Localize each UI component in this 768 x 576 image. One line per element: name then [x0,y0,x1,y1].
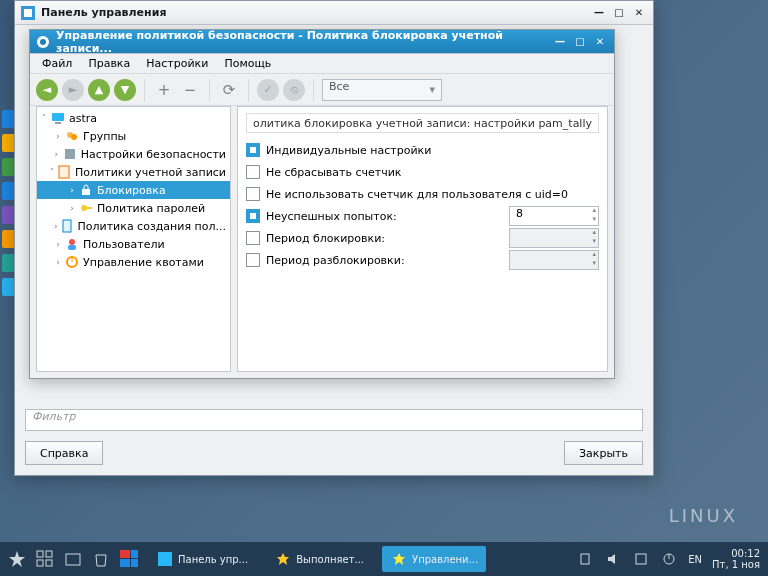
tree-item-groups[interactable]: › Группы [37,127,230,145]
minimize-button[interactable]: — [552,35,568,49]
start-icon[interactable] [8,550,26,568]
svg-rect-27 [158,552,172,566]
tree-item-quotas[interactable]: › Управление квотами [37,253,230,271]
tree-item-users[interactable]: › Пользователи [37,235,230,253]
app-icon [21,6,35,20]
control-panel-window: Панель управления — □ ✕ Управление полит… [14,0,654,476]
help-button[interactable]: Справка [25,441,103,465]
inner-title: Управление политикой безопасности - Поли… [56,29,548,55]
svg-rect-12 [86,207,92,209]
row-fail-attempts: Неуспешных попыток: 8 [246,205,599,227]
svg-rect-15 [68,245,76,250]
desktop-logo: LINUX [669,505,738,526]
maximize-button[interactable]: □ [611,6,627,20]
policy-icon [57,165,71,179]
outer-bottom: Фильтр Справка Закрыть [25,409,643,465]
tray-usb-icon[interactable] [576,550,594,568]
svg-rect-8 [65,149,75,159]
security-policy-window: Управление политикой безопасности - Поли… [29,29,615,379]
nav-back-icon[interactable]: ◄ [36,79,58,101]
tray-volume-icon[interactable] [604,550,622,568]
tray-power-icon[interactable] [660,550,678,568]
menu-settings[interactable]: Настройки [138,55,216,72]
spin-fail-attempts[interactable]: 8 [509,206,599,226]
cancel-icon[interactable]: ⦸ [283,79,305,101]
files-icon[interactable] [64,550,82,568]
close-button[interactable]: ✕ [631,6,647,20]
settings-icon [63,147,77,161]
checkbox-no-reset[interactable] [246,165,260,179]
menu-edit[interactable]: Правка [80,55,138,72]
tray-clock[interactable]: 00:12 Пт, 1 ноя [712,548,760,570]
app-icon [36,35,50,49]
outer-title: Панель управления [41,6,587,19]
close-button[interactable]: Закрыть [564,441,643,465]
svg-rect-13 [63,220,71,232]
tree-pane: ˅ astra › Группы › Настройки безопасност… [36,106,231,372]
task-icon [274,550,292,568]
svg-point-7 [71,134,77,140]
close-button[interactable]: ✕ [592,35,608,49]
row-lock-period: Период блокировки: [246,227,599,249]
checkbox-lock-period[interactable] [246,231,260,245]
apps-icon[interactable] [36,550,54,568]
tree-item-password-policy[interactable]: › Политика паролей [37,199,230,217]
tray-network-icon[interactable] [632,550,650,568]
checkbox-unlock-period[interactable] [246,253,260,267]
taskbar: Панель упр... Выполняет... Управлени... … [0,542,768,576]
checkbox-fail-attempts[interactable] [246,209,260,223]
doc-icon [60,219,74,233]
tree-item-account-policies[interactable]: ˅ Политики учетной записи [37,163,230,181]
inner-titlebar[interactable]: Управление политикой безопасности - Поли… [30,30,614,54]
checkbox-uid0[interactable] [246,187,260,201]
refresh-icon[interactable]: ⟳ [218,79,240,101]
svg-rect-24 [131,550,138,558]
svg-rect-9 [59,166,69,178]
outer-titlebar[interactable]: Панель управления — □ ✕ [15,1,653,25]
key-icon [79,201,93,215]
tray-lang[interactable]: EN [688,554,702,565]
svg-rect-19 [46,551,52,557]
apply-icon[interactable]: ✓ [257,79,279,101]
checkbox-individual[interactable] [246,143,260,157]
task-running[interactable]: Выполняет... [266,546,372,572]
nav-down-icon[interactable]: ▼ [114,79,136,101]
add-icon[interactable]: + [153,79,175,101]
filter-input[interactable]: Фильтр [25,409,643,431]
svg-rect-23 [120,550,130,558]
svg-rect-22 [66,554,80,565]
row-no-reset: Не сбрасывать счетчик [246,161,599,183]
task-control-panel[interactable]: Панель упр... [148,546,256,572]
svg-marker-17 [9,551,25,567]
quota-icon [65,255,79,269]
minimize-button[interactable]: — [591,6,607,20]
row-individual-settings: Индивидуальные настройки [246,139,599,161]
svg-rect-5 [55,122,61,124]
content-pane: олитика блокировка учетной записи: настр… [237,106,608,372]
tree-root[interactable]: ˅ astra [37,109,230,127]
svg-marker-28 [277,553,289,565]
workspaces-icon[interactable] [120,550,138,568]
menu-help[interactable]: Помощь [216,55,279,72]
svg-rect-20 [37,560,43,566]
tree-item-lockout[interactable]: › Блокировка [37,181,230,199]
toolbar: ◄ ► ▲ ▼ + − ⟳ ✓ ⦸ Все [30,74,614,106]
tree-item-creation-policy[interactable]: › Политика создания пол... [37,217,230,235]
maximize-button[interactable]: □ [572,35,588,49]
row-unlock-period: Период разблокировки: [246,249,599,271]
menu-file[interactable]: Файл [34,55,80,72]
tree-item-security[interactable]: › Настройки безопасности [37,145,230,163]
filter-select[interactable]: Все [322,79,442,101]
nav-forward-icon[interactable]: ► [62,79,84,101]
remove-icon[interactable]: − [179,79,201,101]
svg-point-14 [69,239,75,245]
spin-lock-period[interactable] [509,228,599,248]
row-uid0: Не использовать счетчик для пользователя… [246,183,599,205]
task-security-mgmt[interactable]: Управлени... [382,546,486,572]
tray: EN 00:12 Пт, 1 ноя [576,548,760,570]
svg-rect-18 [37,551,43,557]
task-icon [156,550,174,568]
nav-up-icon[interactable]: ▲ [88,79,110,101]
spin-unlock-period[interactable] [509,250,599,270]
trash-icon[interactable] [92,550,110,568]
